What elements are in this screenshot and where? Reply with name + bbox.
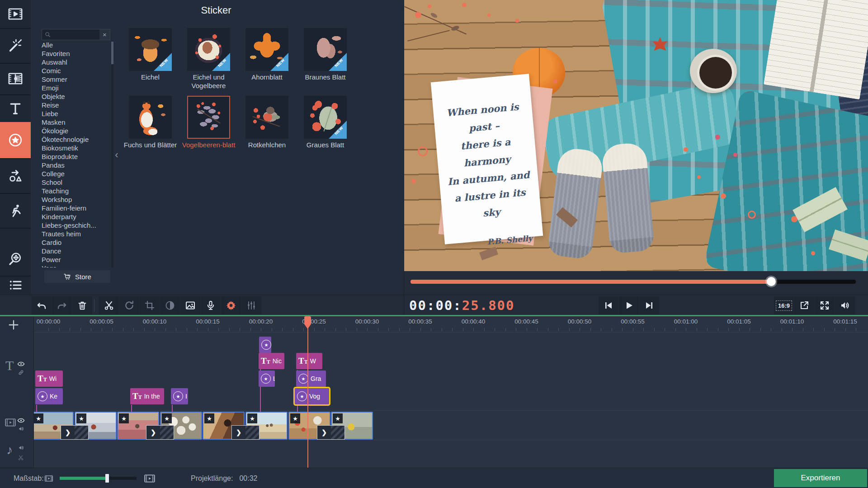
crop-button[interactable] [140, 296, 160, 314]
category-item[interactable]: Yoga [37, 264, 109, 267]
rotate-button[interactable] [119, 296, 139, 314]
aspect-button[interactable]: 16:9 [774, 296, 794, 314]
category-item[interactable]: Favoriten [37, 49, 109, 58]
category-item[interactable]: Objekte [37, 92, 109, 101]
sticker-label[interactable]: Fuchs und Blätter [122, 141, 179, 149]
category-item[interactable]: Sommer [37, 75, 109, 84]
sticker-label[interactable]: Graues Blatt [297, 141, 354, 149]
transition-indicator[interactable]: ❯ [146, 425, 174, 440]
category-item[interactable]: Emoji [37, 84, 109, 92]
sidebar-item-media[interactable] [0, 0, 31, 29]
title-clip[interactable]: TTIn the [130, 388, 164, 404]
audio-track-tool-icon[interactable] [18, 455, 24, 461]
video-track-visibility-toggle[interactable] [17, 418, 25, 423]
category-item[interactable]: Cardio [37, 238, 109, 247]
category-item[interactable]: Trautes heim [37, 230, 109, 238]
category-item[interactable]: Ökologie [37, 127, 109, 135]
sticker-clip[interactable]: ★Gra [296, 371, 326, 387]
category-item[interactable]: Familien-feiern [37, 204, 109, 212]
category-item[interactable]: Power [37, 255, 109, 264]
category-item[interactable]: School [37, 178, 109, 187]
sticker-clip[interactable]: ★ [259, 337, 271, 353]
sticker-tile[interactable] [129, 96, 172, 139]
sidebar-item-filters[interactable] [0, 28, 31, 64]
sticker-tile[interactable] [187, 96, 230, 139]
sidebar-item-stickers[interactable] [0, 122, 31, 159]
sticker-tile[interactable]: NEW [304, 96, 347, 139]
sidebar-item-transitions[interactable] [0, 63, 31, 95]
sticker-label[interactable]: Rotkehlchen [238, 141, 296, 149]
titles-track-link-toggle[interactable] [18, 369, 24, 376]
zoom-in-film-icon[interactable] [144, 473, 156, 484]
category-item[interactable]: Teaching [37, 187, 109, 195]
trash-button[interactable] [72, 296, 92, 314]
title-clip[interactable]: TTNic [259, 353, 284, 369]
contrast-button[interactable] [160, 296, 180, 314]
sticker-clip-selected[interactable]: ★Vog [295, 388, 329, 404]
sticker-tile[interactable]: NEW [304, 28, 347, 71]
sidebar-item-animation[interactable] [0, 193, 31, 229]
category-item[interactable]: Liebes-geschich... [37, 221, 109, 230]
sticker-label[interactable]: Eichel [122, 73, 179, 81]
mic-button[interactable] [201, 296, 221, 314]
add-track-button[interactable] [7, 319, 20, 331]
export-button[interactable]: Exportieren [774, 469, 867, 487]
popout-button[interactable] [794, 296, 814, 314]
sticker-tile[interactable]: NEW [245, 28, 288, 71]
video-track-mute-toggle[interactable] [18, 426, 25, 432]
timeline-zoom-slider[interactable] [60, 477, 137, 480]
video-preview[interactable]: When noon is past – there is a harmony I… [404, 0, 868, 271]
seek-handle[interactable] [767, 277, 776, 286]
category-item[interactable]: Alle [37, 41, 109, 49]
sticker-clip[interactable]: ★Ke [35, 388, 63, 404]
skip-start-button[interactable] [599, 296, 618, 314]
undo-button[interactable] [32, 296, 52, 314]
category-item[interactable]: Auswahl [37, 58, 109, 66]
category-item[interactable]: Masken [37, 118, 109, 127]
sidebar-item-titles[interactable] [0, 94, 31, 123]
category-item[interactable]: Bioprodukte [37, 152, 109, 161]
sticker-tile[interactable] [245, 96, 288, 139]
sticker-clip[interactable]: ★L [259, 371, 275, 387]
sticker-label[interactable]: Ahornblatt [238, 73, 296, 81]
redo-button[interactable] [52, 296, 72, 314]
search-clear-button[interactable]: × [99, 29, 110, 40]
sticker-tile[interactable]: NEW [187, 28, 230, 71]
zoom-slider-handle[interactable] [105, 474, 109, 483]
zoom-out-film-icon[interactable] [44, 474, 53, 483]
category-item[interactable]: Ökotechnologie [37, 135, 109, 144]
category-item[interactable]: Kinderparty [37, 212, 109, 221]
transition-indicator[interactable]: ❯ [317, 425, 345, 440]
image-button[interactable] [180, 296, 200, 314]
sticker-label[interactable]: Vogelbeeren-blatt [180, 141, 237, 149]
transition-indicator[interactable]: ❯ [231, 425, 259, 440]
category-item[interactable]: Reise [37, 101, 109, 109]
search-input[interactable] [51, 29, 99, 40]
category-item[interactable]: Biokosmetik [37, 144, 109, 152]
titles-track-visibility-toggle[interactable] [17, 361, 25, 367]
collapse-panel-button[interactable]: ‹ [113, 149, 120, 161]
category-item[interactable]: Workshop [37, 195, 109, 204]
playhead-line[interactable] [307, 316, 308, 468]
title-clip[interactable]: TTWi [35, 371, 63, 387]
category-item[interactable]: College [37, 169, 109, 178]
category-item[interactable]: Pandas [37, 161, 109, 169]
gear-button[interactable] [221, 296, 241, 314]
seek-bar[interactable] [410, 280, 856, 284]
title-clip[interactable]: TTW [296, 353, 322, 369]
sticker-clip[interactable]: ★I [171, 388, 188, 404]
sticker-label[interactable]: Braunes Blatt [297, 73, 354, 81]
store-button[interactable]: Store [44, 270, 110, 283]
volume-button[interactable] [835, 296, 855, 314]
sidebar-item-callouts[interactable] [0, 158, 31, 194]
scissors-button[interactable] [99, 296, 119, 314]
fullscreen-button[interactable] [815, 296, 835, 314]
category-item[interactable]: Liebe [37, 109, 109, 118]
audio-track-mute-toggle[interactable] [18, 445, 25, 451]
sidebar-item-properties[interactable] [0, 276, 31, 296]
category-item[interactable]: Dance [37, 247, 109, 255]
transition-indicator[interactable]: ❯ [61, 425, 89, 440]
category-item[interactable]: Comic [37, 66, 109, 75]
scrollbar-thumb[interactable] [111, 42, 113, 64]
play-button[interactable] [619, 296, 639, 314]
